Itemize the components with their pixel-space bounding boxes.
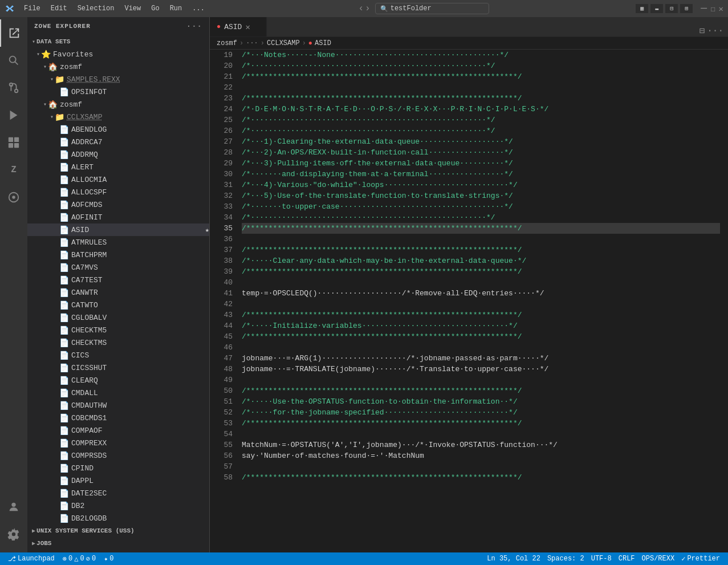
tree-item-ca7test[interactable]: 📄CA7TEST (27, 274, 209, 286)
tree-label-cglobalv: CGLOBALV (71, 314, 209, 322)
tab-bar: ● ASID ✕ ⊟ ··· (210, 17, 728, 37)
menu-more[interactable]: ... (188, 3, 209, 14)
tab-asid-close[interactable]: ✕ (245, 22, 250, 32)
tree-item-batchprm[interactable]: 📄BATCHPRM (27, 249, 209, 261)
dappl-icon: 📄 (59, 476, 69, 486)
more-tabs-btn[interactable]: ··· (707, 26, 723, 36)
code-line-43: /***************************************… (242, 310, 720, 320)
menu-selection[interactable]: Selection (73, 3, 119, 14)
tree-item-aofcmds[interactable]: 📄AOFCMDS (27, 198, 209, 211)
forward-arrow[interactable]: › (365, 3, 371, 14)
tree-item-cpind[interactable]: 📄CPIND (27, 462, 209, 474)
tree-item-zosmf-fav[interactable]: ▾ 🏠 zosmf (27, 60, 209, 73)
menu-run[interactable]: Run (165, 3, 187, 14)
tree-item-date2sec[interactable]: 📄DATE2SEC (27, 487, 209, 499)
tree-item-checktms[interactable]: 📄CHECKTMS (27, 336, 209, 349)
activity-search[interactable] (0, 47, 27, 74)
status-spaces[interactable]: Spaces: 2 (544, 555, 588, 563)
info-icon: ⊘ (86, 555, 90, 563)
code-content[interactable]: /*···Notes·····-·None···················… (237, 50, 720, 552)
status-errors[interactable]: ⊗ 0 △ 0 ⊘ 0 (59, 552, 99, 565)
sidebar-more-icon[interactable]: ··· (186, 22, 202, 31)
status-encoding[interactable]: UTF-8 (588, 555, 615, 563)
section-uss[interactable]: ▶ UNIX SYSTEM SERVICES (USS) (27, 525, 209, 537)
section-jobs[interactable]: ▶ JOBS (27, 537, 209, 550)
tree-item-db2[interactable]: 📄DB2 (27, 499, 209, 512)
section-datasets[interactable]: ▾ DATA SETS (27, 35, 209, 48)
status-language[interactable]: OPS/REXX (638, 555, 678, 563)
tree-item-addrca7[interactable]: 📄ADDRCA7 (27, 136, 209, 148)
layout-icon-1[interactable]: ▬ (650, 4, 663, 13)
tree-item-favorites[interactable]: ▾ ⭐ Favorites (27, 48, 209, 60)
tree-item-opsinfot[interactable]: 📄 OPSINFOT (27, 86, 209, 98)
db2logdb-icon: 📄 (59, 514, 69, 523)
activity-remote[interactable] (0, 184, 27, 211)
back-arrow[interactable]: ‹ (358, 3, 364, 14)
status-sparkle-label: 0 (109, 555, 113, 563)
menu-view[interactable]: View (120, 3, 145, 14)
layout-icon-3[interactable]: ⊞ (680, 4, 693, 13)
tab-asid[interactable]: ● ASID ✕ (210, 17, 267, 36)
status-prettier[interactable]: ✓ Prettier (678, 555, 723, 563)
activity-run[interactable] (0, 101, 27, 129)
tree-item-abendlog[interactable]: 📄ABENDLOG (27, 123, 209, 136)
tree-item-cclxsamp[interactable]: ▾ 📁 CCLXSAMP (27, 111, 209, 123)
code-editor[interactable]: 1920212223242526272829303132333435363738… (210, 50, 728, 552)
restore-btn[interactable]: ☐ (710, 4, 715, 14)
activity-bar-bottom (0, 493, 27, 552)
layout-icon-2[interactable]: ⊟ (665, 4, 678, 13)
opsinfot-file-icon: 📄 (59, 87, 69, 97)
status-position[interactable]: Ln 35, Col 22 (483, 555, 544, 563)
search-bar[interactable]: 🔍 testFolder (375, 3, 489, 14)
scrollbar-track[interactable] (720, 50, 728, 552)
code-line-45: /***************************************… (242, 331, 720, 342)
activity-source-control[interactable] (0, 74, 27, 101)
status-sparkle[interactable]: ✦ 0 (100, 552, 117, 565)
tree-item-ca7mvs[interactable]: 📄CA7MVS (27, 261, 209, 274)
tree-item-asid[interactable]: 📄 ASID ★ (27, 223, 209, 236)
tree-item-allocmia[interactable]: 📄ALLOCMIA (27, 173, 209, 186)
tree-item-cmdauthw[interactable]: 📄CMDAUTHW (27, 399, 209, 412)
tree-item-aofinit[interactable]: 📄AOFINIT (27, 211, 209, 223)
tree-label-abendlog: ABENDLOG (71, 125, 209, 134)
tree-item-cobcmds1[interactable]: 📄COBCMDS1 (27, 412, 209, 424)
activity-zowe[interactable]: Z (0, 156, 27, 184)
sidebar-scroll[interactable]: ▾ DATA SETS ▾ ⭐ Favorites ▾ 🏠 zosmf ▾ 📁 … (27, 35, 209, 552)
status-bar: ⎇ Launchpad ⊗ 0 △ 0 ⊘ 0 ✦ 0 Ln 35, Col 2… (0, 552, 728, 565)
tree-item-canwtr[interactable]: 📄CANWTR (27, 286, 209, 299)
tree-item-clearq[interactable]: 📄CLEARQ (27, 374, 209, 387)
menu-edit[interactable]: Edit (46, 3, 72, 14)
minimize-btn[interactable]: ─ (701, 3, 707, 14)
status-prettier-label: Prettier (687, 555, 720, 563)
tree-item-allocspf[interactable]: 📄ALLOCSPF (27, 186, 209, 198)
abendlog-icon: 📄 (59, 125, 69, 135)
status-branch[interactable]: ⎇ Launchpad (5, 552, 58, 565)
menu-file[interactable]: File (19, 3, 45, 14)
tree-item-cglobalv[interactable]: 📄CGLOBALV (27, 311, 209, 324)
tree-item-catwto[interactable]: 📄CATWTO (27, 299, 209, 311)
status-eol[interactable]: CRLF (615, 555, 638, 563)
tree-item-compaof[interactable]: 📄COMPAOF (27, 424, 209, 437)
tree-item-comprexx[interactable]: 📄COMPREXX (27, 437, 209, 449)
activity-settings[interactable] (0, 521, 27, 548)
tree-item-zosmf-main[interactable]: ▾ 🏠 zosmf (27, 98, 209, 111)
menu-go[interactable]: Go (147, 3, 164, 14)
tree-item-cics[interactable]: 📄CICS (27, 349, 209, 361)
tree-item-atmrules[interactable]: 📄ATMRULES (27, 236, 209, 249)
activity-extensions[interactable] (0, 129, 27, 156)
activity-account[interactable] (0, 493, 27, 521)
close-btn[interactable]: ✕ (719, 4, 723, 14)
tree-item-db2logdb[interactable]: 📄DB2LOGDB (27, 512, 209, 525)
tree-item-addrmq[interactable]: 📄ADDRMQ (27, 148, 209, 161)
tree-item-cicsshut[interactable]: 📄CICSSHUT (27, 361, 209, 374)
tree-item-samples[interactable]: ▾ 📁 SAMPLES.REXX (27, 73, 209, 86)
tree-item-cmdall[interactable]: 📄CMDALL (27, 387, 209, 399)
tree-item-dappl[interactable]: 📄DAPPL (27, 474, 209, 487)
tree-item-alert[interactable]: 📄ALERT (27, 161, 209, 173)
tree-item-checktm5[interactable]: 📄CHECKTM5 (27, 324, 209, 336)
tree-item-comprsds[interactable]: 📄COMPRSDS (27, 449, 209, 462)
split-editor-btn[interactable]: ⊟ (699, 25, 705, 36)
split-editor-icon[interactable]: ▦ (636, 4, 648, 13)
activity-explorer[interactable] (0, 19, 27, 47)
tree-label-allocspf: ALLOCSPF (71, 188, 209, 197)
